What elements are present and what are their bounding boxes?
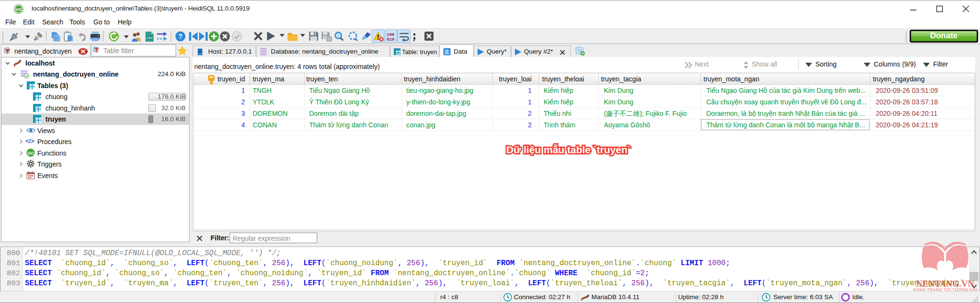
- svg-text:010: 010: [387, 37, 394, 42]
- svg-text:?: ?: [178, 33, 183, 40]
- svg-text:100: 100: [387, 33, 394, 37]
- svg-text:HS: HS: [16, 7, 22, 12]
- svg-text:CSV: CSV: [147, 36, 153, 39]
- svg-text:HÀNH TRANG TỚI TƯƠNG LAI: HÀNH TRANG TỚI TƯƠNG LAI: [913, 287, 977, 292]
- svg-text:GO: GO: [27, 151, 34, 156]
